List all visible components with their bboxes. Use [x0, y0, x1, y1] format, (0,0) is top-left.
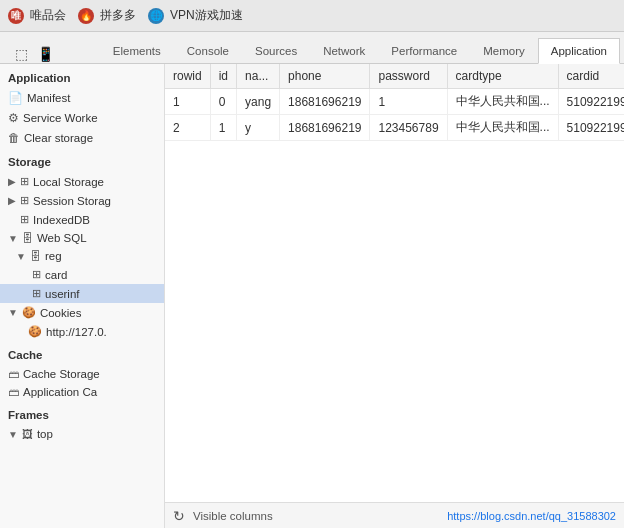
refresh-icon[interactable]: ↻: [173, 508, 185, 524]
frame-icon: 🖼: [22, 428, 33, 440]
sidebar-label-application-cache: Application Ca: [23, 386, 97, 398]
col-id[interactable]: id: [210, 64, 236, 89]
tab-pinduoduo[interactable]: 🔥 拼多多: [78, 7, 136, 24]
section-frames: Frames: [0, 401, 164, 425]
sidebar-label-manifest: Manifest: [27, 92, 70, 104]
arrow-down-icon: ▼: [8, 233, 18, 244]
tab-icon-pinduoduo: 🔥: [78, 8, 94, 24]
sidebar-item-web-sql[interactable]: ▼ 🗄 Web SQL: [0, 229, 164, 247]
sidebar-item-indexeddb[interactable]: ▶ ⊞ IndexedDB: [0, 210, 164, 229]
sidebar-label-cache-storage: Cache Storage: [23, 368, 100, 380]
session-storage-table-icon: ⊞: [20, 194, 29, 207]
section-cache: Cache: [0, 341, 164, 365]
sidebar-item-local-storage[interactable]: ▶ ⊞ Local Storage: [0, 172, 164, 191]
tab-weipinhui[interactable]: 唯 唯品会: [8, 7, 66, 24]
col-password[interactable]: password: [370, 64, 447, 89]
sidebar-label-clear-storage: Clear storage: [24, 132, 93, 144]
sidebar-item-reg[interactable]: ▼ 🗄 reg: [0, 247, 164, 265]
tab-label-pinduoduo: 拼多多: [100, 7, 136, 24]
col-rowid[interactable]: rowid: [165, 64, 210, 89]
cell-r0-c5: 中华人民共和国...: [447, 89, 558, 115]
tab-network[interactable]: Network: [310, 38, 378, 63]
cell-r1-c1: 1: [210, 115, 236, 141]
websql-icon: 🗄: [22, 232, 33, 244]
tab-icon-vpn: 🌐: [148, 8, 164, 24]
sidebar-item-clear-storage[interactable]: 🗑 Clear storage: [0, 128, 164, 148]
tab-application[interactable]: Application: [538, 38, 620, 64]
sidebar-label-local-storage: Local Storage: [33, 176, 104, 188]
sidebar-label-localhost: http://127.0.: [46, 326, 107, 338]
tab-performance[interactable]: Performance: [378, 38, 470, 63]
visible-columns-label[interactable]: Visible columns: [193, 510, 273, 522]
col-phone[interactable]: phone: [280, 64, 370, 89]
localhost-icon: 🍪: [28, 325, 42, 338]
cell-r0-c3: 18681696219: [280, 89, 370, 115]
bottom-link[interactable]: https://blog.csdn.net/qq_31588302: [447, 510, 616, 522]
main-panel: rowid id na... phone password cardtype c…: [165, 64, 624, 528]
cell-r1-c5: 中华人民共和国...: [447, 115, 558, 141]
devtools-body: Application 📄 Manifest ⚙ Service Worke 🗑…: [0, 64, 624, 528]
data-table: rowid id na... phone password cardtype c…: [165, 64, 624, 502]
sidebar-item-top[interactable]: ▼ 🖼 top: [0, 425, 164, 443]
sidebar-label-top: top: [37, 428, 53, 440]
cookies-icon: 🍪: [22, 306, 36, 319]
sidebar-item-userinf[interactable]: ⊞ userinf: [0, 284, 164, 303]
cell-r1-c3: 18681696219: [280, 115, 370, 141]
arrow-down-icon4: ▼: [8, 429, 18, 440]
device-icon[interactable]: 📱: [36, 45, 54, 63]
userinf-table-icon: ⊞: [32, 287, 41, 300]
sidebar-item-session-storage[interactable]: ▶ ⊞ Session Storag: [0, 191, 164, 210]
sidebar-item-application-cache[interactable]: 🗃 Application Ca: [0, 383, 164, 401]
tab-label-vpn: VPN游戏加速: [170, 7, 243, 24]
tab-label-weipinhui: 唯品会: [30, 7, 66, 24]
cell-r0-c4: 1: [370, 89, 447, 115]
gear-icon: ⚙: [8, 111, 19, 125]
tab-console[interactable]: Console: [174, 38, 242, 63]
tab-icon-weipinhui: 唯: [8, 8, 24, 24]
cell-r0-c2: yang: [237, 89, 280, 115]
tab-elements[interactable]: Elements: [100, 38, 174, 63]
arrow-right-icon: ▶: [8, 176, 16, 187]
sidebar-item-cache-storage[interactable]: 🗃 Cache Storage: [0, 365, 164, 383]
col-na[interactable]: na...: [237, 64, 280, 89]
section-storage: Storage: [0, 148, 164, 172]
sidebar-item-manifest[interactable]: 📄 Manifest: [0, 88, 164, 108]
cell-r1-c2: y: [237, 115, 280, 141]
sidebar-label-cookies: Cookies: [40, 307, 82, 319]
col-cardid[interactable]: cardid: [558, 64, 624, 89]
sidebar-item-card[interactable]: ⊞ card: [0, 265, 164, 284]
sidebar-label-card: card: [45, 269, 67, 281]
arrow-down-icon3: ▼: [8, 307, 18, 318]
local-storage-table-icon: ⊞: [20, 175, 29, 188]
indexeddb-icon: ⊞: [20, 213, 29, 226]
table-header-row: rowid id na... phone password cardtype c…: [165, 64, 624, 89]
cell-r1-c4: 123456789: [370, 115, 447, 141]
sidebar-label-indexeddb: IndexedDB: [33, 214, 90, 226]
doc-icon: 📄: [8, 91, 23, 105]
reg-icon: 🗄: [30, 250, 41, 262]
sidebar-label-userinf: userinf: [45, 288, 80, 300]
card-table-icon: ⊞: [32, 268, 41, 281]
app-cache-icon: 🗃: [8, 386, 19, 398]
devtools-tabs: ⬚ 📱 Elements Console Sources Network Per…: [0, 32, 624, 64]
tab-vpn[interactable]: 🌐 VPN游戏加速: [148, 7, 243, 24]
arrow-down-icon2: ▼: [16, 251, 26, 262]
cell-r1-c6: 510922199: [558, 115, 624, 141]
sidebar-label-web-sql: Web SQL: [37, 232, 87, 244]
cursor-icon[interactable]: ⬚: [12, 45, 30, 63]
cell-r1-c0: 2: [165, 115, 210, 141]
col-cardtype[interactable]: cardtype: [447, 64, 558, 89]
bottom-bar: ↻ Visible columns https://blog.csdn.net/…: [165, 502, 624, 528]
arrow-right-icon2: ▶: [8, 195, 16, 206]
table-row[interactable]: 10yang186816962191中华人民共和国...510922199: [165, 89, 624, 115]
cell-r0-c0: 1: [165, 89, 210, 115]
tab-memory[interactable]: Memory: [470, 38, 538, 63]
section-application: Application: [0, 64, 164, 88]
sidebar-label-service-worker: Service Worke: [23, 112, 98, 124]
sidebar-item-service-worker[interactable]: ⚙ Service Worke: [0, 108, 164, 128]
sidebar-item-localhost[interactable]: ▶ 🍪 http://127.0.: [0, 322, 164, 341]
sidebar: Application 📄 Manifest ⚙ Service Worke 🗑…: [0, 64, 165, 528]
sidebar-item-cookies[interactable]: ▼ 🍪 Cookies: [0, 303, 164, 322]
table-row[interactable]: 21y18681696219123456789中华人民共和国...5109221…: [165, 115, 624, 141]
tab-sources[interactable]: Sources: [242, 38, 310, 63]
